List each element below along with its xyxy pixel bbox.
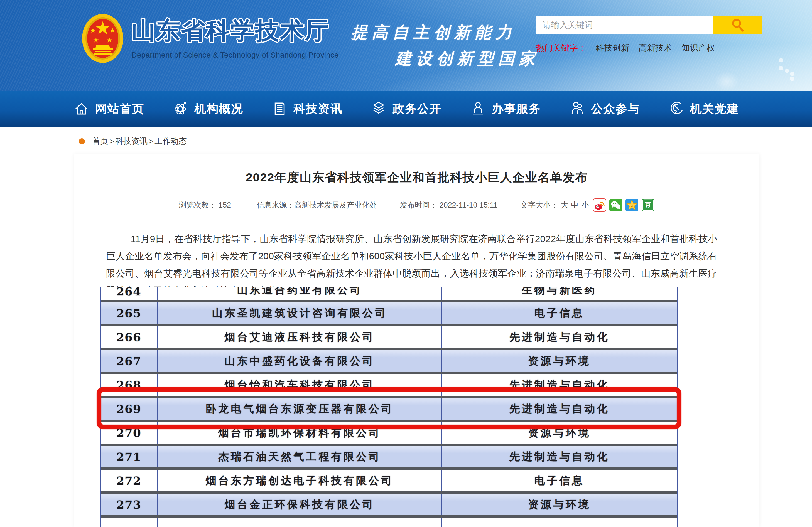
row-category: 先进制造与自动化 [509, 330, 610, 344]
meta-divider [89, 220, 744, 220]
row-company: 烟台市瑞凯环保材料有限公司 [218, 426, 381, 440]
svg-text:z: z [631, 203, 633, 208]
breadcrumb-work-trends[interactable]: 工作动态 [155, 136, 187, 147]
share-buttons: z 豆 [593, 199, 655, 212]
row-company: 山东中盛药化设备有限公司 [224, 354, 375, 368]
hot-keyword-link[interactable]: 高新技术 [639, 42, 672, 54]
table-row: 268 烟台怡和汽车科技有限公司 先进制造与自动化 [101, 372, 677, 396]
nav-item-services[interactable]: 办事服务 [469, 100, 541, 117]
atom-icon [172, 100, 189, 117]
breadcrumb-separator: > [149, 137, 154, 146]
row-company: 杰瑞石油天然气工程有限公司 [218, 450, 381, 464]
row-company: 烟台东方瑞创达电子科技有限公司 [206, 473, 394, 488]
douban-icon[interactable]: 豆 [641, 199, 655, 212]
table-row-clipped [101, 515, 677, 527]
breadcrumb-home[interactable]: 首页 [92, 136, 108, 147]
source-value: 高新技术发展及产业化处 [294, 200, 377, 210]
layers-icon [370, 100, 387, 117]
row-category: 资源与环境 [528, 498, 591, 512]
search-input[interactable] [536, 16, 713, 34]
weibo-icon[interactable] [593, 199, 606, 212]
nav-item-news[interactable]: 科技资讯 [271, 100, 343, 117]
breadcrumb: 首页 > 科技资讯 > 工作动态 [79, 136, 187, 147]
banner-slogan: 提高自主创新能力 建设创新型国家 [351, 22, 539, 70]
party-icon [668, 100, 684, 117]
nav-item-label: 网站首页 [95, 101, 144, 117]
meta-views: 浏览次数： 152 [179, 200, 231, 210]
hot-keywords-label: 热门关键字： [536, 42, 586, 54]
nav-item-about[interactable]: 机构概况 [172, 100, 243, 117]
site-banner: 山东省科学技术厅 Department of Science & Technol… [0, 0, 812, 91]
row-company: 烟台金正环保科技有限公司 [224, 498, 375, 512]
hot-keyword-link[interactable]: 科技创新 [596, 42, 629, 54]
row-category: 资源与环境 [528, 354, 591, 368]
qzone-icon[interactable]: z [625, 199, 639, 212]
banner-deco-dot [779, 58, 783, 62]
hot-keywords-row: 热门关键字： 科技创新 高新技术 知识产权 [536, 42, 715, 54]
nav-item-home[interactable]: 网站首页 [73, 100, 144, 117]
main-nav: 网站首页 机构概况 科技资讯 政务公开 [0, 91, 812, 127]
row-number: 265 [116, 307, 141, 320]
search-button[interactable] [713, 16, 763, 34]
people-icon [569, 100, 585, 117]
row-number: 269 [116, 402, 141, 415]
table-row: 272 烟台东方瑞创达电子科技有限公司 电子信息 [101, 467, 677, 492]
nav-item-label: 公众参与 [591, 101, 640, 117]
row-company: 山东道合药业有限公司 [237, 287, 362, 297]
slogan-line-2: 建设创新型国家 [395, 48, 539, 70]
fontsize-small-button[interactable]: 小 [581, 200, 589, 210]
meta-fontsize: 文字大小： 大 中 小 [521, 200, 589, 210]
source-label: 信息来源： [257, 200, 294, 210]
nav-item-label: 政务公开 [392, 101, 441, 117]
nav-item-public-participation[interactable]: 公众参与 [569, 100, 640, 117]
site-subtitle: Department of Science & Technology of Sh… [131, 51, 338, 60]
row-company: 山东圣凯建筑设计咨询有限公司 [212, 306, 388, 320]
row-company: 卧龙电气烟台东源变压器有限公司 [206, 402, 394, 416]
company-list-table-image: 264 山东道合药业有限公司 生物与新医药 265 山东圣凯建筑设计咨询有限公司… [100, 287, 678, 527]
nav-item-party-building[interactable]: 机关党建 [668, 100, 739, 117]
banner-deco-dot [779, 66, 783, 70]
table-row: 266 烟台艾迪液压科技有限公司 先进制造与自动化 [101, 324, 677, 348]
wechat-icon[interactable] [609, 199, 622, 212]
nav-item-label: 机构概况 [194, 101, 243, 117]
hot-keyword-link[interactable]: 知识产权 [681, 42, 715, 54]
views-label: 浏览次数： [179, 200, 216, 210]
banner-light-blob [714, 72, 739, 91]
table-row: 267 山东中盛药化设备有限公司 资源与环境 [101, 348, 677, 372]
row-category: 电子信息 [535, 306, 584, 320]
date-label: 发布时间： [400, 200, 437, 210]
row-company: 烟台艾迪液压科技有限公司 [224, 330, 375, 344]
nav-item-label: 机关党建 [690, 101, 739, 117]
news-icon [271, 100, 288, 117]
row-category: 先进制造与自动化 [509, 450, 610, 464]
views-count: 152 [218, 201, 231, 209]
row-number: 264 [116, 287, 141, 298]
row-number: 267 [116, 354, 141, 368]
person-icon [469, 100, 486, 117]
row-company: 烟台怡和汽车科技有限公司 [224, 378, 375, 392]
table-row-highlighted: 269 卧龙电气烟台东源变压器有限公司 先进制造与自动化 [101, 396, 677, 420]
row-number: 268 [116, 378, 141, 392]
article-meta: 浏览次数： 152 信息来源： 高新技术发展及产业化处 发布时间： 2022-1… [74, 199, 759, 212]
home-icon [73, 100, 90, 117]
table-row: 264 山东道合药业有限公司 生物与新医药 [101, 287, 677, 300]
fontsize-label: 文字大小： [521, 200, 558, 210]
slogan-line-1: 提高自主创新能力 [351, 22, 539, 43]
meta-date: 发布时间： 2022-11-10 15:11 [400, 200, 498, 210]
fontsize-medium-button[interactable]: 中 [571, 200, 579, 210]
breadcrumb-dot [79, 138, 85, 144]
table-row: 270 烟台市瑞凯环保材料有限公司 资源与环境 [101, 420, 677, 443]
breadcrumb-news[interactable]: 科技资讯 [115, 136, 147, 147]
fontsize-large-button[interactable]: 大 [561, 200, 568, 210]
nav-item-label: 科技资讯 [293, 101, 343, 117]
row-number: 270 [116, 426, 141, 439]
row-category: 先进制造与自动化 [509, 402, 610, 416]
table-row: 271 杰瑞石油天然气工程有限公司 先进制造与自动化 [101, 443, 677, 467]
svg-text:豆: 豆 [644, 201, 652, 209]
row-category: 先进制造与自动化 [509, 378, 610, 392]
row-category: 电子信息 [535, 473, 584, 488]
nav-item-label: 办事服务 [492, 101, 541, 117]
search-icon [730, 17, 745, 33]
date-value: 2022-11-10 15:11 [439, 201, 497, 209]
nav-item-gov-affairs[interactable]: 政务公开 [370, 100, 441, 117]
